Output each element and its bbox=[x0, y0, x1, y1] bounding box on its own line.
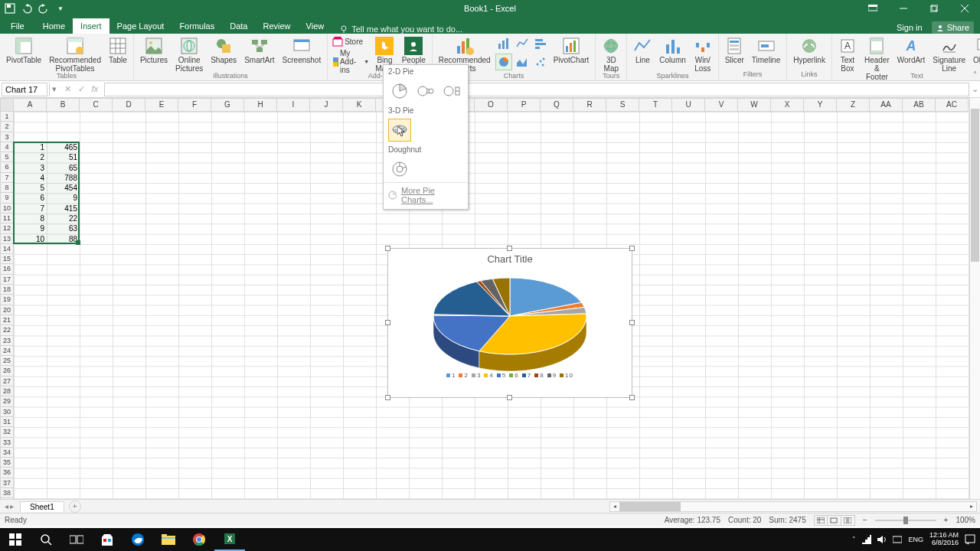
row-header[interactable]: 38 bbox=[0, 488, 14, 498]
horizontal-scrollbar[interactable]: ◂ ▸ bbox=[609, 501, 977, 512]
row-header[interactable]: 18 bbox=[0, 285, 14, 295]
row-header[interactable]: 28 bbox=[0, 386, 14, 396]
column-header[interactable]: I bbox=[277, 98, 310, 112]
3d-map-button[interactable]: 3D Map bbox=[599, 35, 623, 74]
table-button[interactable]: Table bbox=[106, 35, 130, 66]
page-break-view-button[interactable] bbox=[841, 515, 855, 526]
screenshot-button[interactable]: Screenshot bbox=[279, 35, 325, 66]
smartart-button[interactable]: SmartArt bbox=[241, 35, 277, 66]
name-box-dropdown[interactable]: ▾ bbox=[49, 83, 58, 96]
tab-view[interactable]: View bbox=[299, 18, 332, 34]
column-header[interactable]: R bbox=[573, 98, 606, 112]
column-header[interactable]: AB bbox=[903, 98, 936, 112]
collapse-ribbon-icon[interactable]: ˄ bbox=[973, 70, 977, 79]
row-header[interactable]: 8 bbox=[0, 183, 14, 193]
formula-input[interactable] bbox=[104, 83, 969, 96]
pictures-button[interactable]: Pictures bbox=[137, 35, 171, 66]
row-header[interactable]: 36 bbox=[0, 468, 14, 478]
cell[interactable]: 788 bbox=[47, 173, 80, 183]
cell[interactable]: 7 bbox=[14, 204, 47, 214]
pivottable-button[interactable]: PivotTable bbox=[3, 35, 44, 66]
cell[interactable]: 415 bbox=[47, 204, 80, 214]
wordart-button[interactable]: AWordArt bbox=[894, 35, 929, 66]
tab-formulas[interactable]: Formulas bbox=[172, 18, 222, 34]
explorer-taskbar-icon[interactable] bbox=[153, 528, 184, 551]
row-header[interactable]: 9 bbox=[0, 193, 14, 203]
chart-handle[interactable] bbox=[629, 395, 635, 400]
cell[interactable]: 65 bbox=[47, 163, 80, 173]
qa-undo-icon[interactable] bbox=[20, 2, 34, 15]
row-header[interactable]: 32 bbox=[0, 427, 14, 437]
doughnut-option[interactable] bbox=[388, 158, 411, 181]
close-icon[interactable] bbox=[949, 0, 980, 17]
column-header[interactable]: G bbox=[211, 98, 244, 112]
row-header[interactable]: 22 bbox=[0, 325, 14, 335]
chart-handle[interactable] bbox=[385, 395, 390, 400]
column-header[interactable]: H bbox=[244, 98, 277, 112]
sparkline-line-button[interactable]: Line bbox=[630, 35, 655, 66]
tab-data[interactable]: Data bbox=[222, 18, 255, 34]
row-header[interactable]: 7 bbox=[0, 173, 14, 183]
signin-link[interactable]: Sign in bbox=[897, 23, 923, 32]
row-header[interactable]: 5 bbox=[0, 152, 14, 162]
cell[interactable]: 88 bbox=[47, 234, 80, 244]
row-header[interactable]: 2 bbox=[0, 122, 14, 132]
row-header[interactable]: 12 bbox=[0, 223, 14, 233]
minimize-icon[interactable] bbox=[888, 0, 919, 17]
sheet-nav-next[interactable]: ▸ bbox=[10, 502, 14, 510]
chart-handle[interactable] bbox=[629, 320, 635, 325]
network-icon[interactable] bbox=[862, 535, 871, 544]
row-header[interactable]: 15 bbox=[0, 254, 14, 264]
zoom-level[interactable]: 100% bbox=[956, 516, 975, 524]
row-header[interactable]: 21 bbox=[0, 315, 14, 325]
column-header[interactable]: X bbox=[771, 98, 804, 112]
clock[interactable]: 12:16 AM 6/8/2016 bbox=[929, 532, 959, 547]
start-button[interactable] bbox=[0, 528, 31, 551]
cell[interactable]: 63 bbox=[47, 223, 80, 233]
shapes-button[interactable]: Shapes bbox=[207, 35, 240, 66]
row-header[interactable]: 20 bbox=[0, 305, 14, 315]
row-header[interactable]: 39 bbox=[0, 498, 14, 499]
row-header[interactable]: 30 bbox=[0, 407, 14, 417]
cell[interactable]: 5 bbox=[14, 183, 47, 193]
maximize-icon[interactable] bbox=[919, 0, 949, 17]
row-header[interactable]: 31 bbox=[0, 417, 14, 427]
pie-3d-option[interactable] bbox=[388, 119, 411, 142]
column-header[interactable]: E bbox=[145, 98, 178, 112]
normal-view-button[interactable] bbox=[814, 515, 828, 526]
column-header[interactable]: A bbox=[14, 98, 47, 112]
cell[interactable]: 8 bbox=[14, 214, 47, 223]
tab-review[interactable]: Review bbox=[255, 18, 298, 34]
row-header[interactable]: 34 bbox=[0, 448, 14, 458]
chart-handle[interactable] bbox=[385, 320, 390, 325]
task-view-button[interactable] bbox=[61, 528, 92, 551]
column-header[interactable]: AA bbox=[870, 98, 903, 112]
column-header[interactable]: D bbox=[113, 98, 145, 112]
row-header[interactable]: 24 bbox=[0, 346, 14, 356]
column-header[interactable]: Y bbox=[804, 98, 837, 112]
area-chart-icon[interactable] bbox=[514, 54, 531, 70]
zoom-in-button[interactable]: + bbox=[944, 516, 949, 524]
volume-icon[interactable] bbox=[877, 535, 887, 544]
object-button[interactable]: Object bbox=[970, 35, 980, 66]
timeline-button[interactable]: Timeline bbox=[749, 35, 783, 66]
zoom-slider[interactable] bbox=[875, 520, 936, 521]
share-button[interactable]: Share bbox=[932, 21, 974, 34]
insert-function-icon[interactable]: fx bbox=[89, 84, 101, 94]
zoom-out-button[interactable]: − bbox=[863, 516, 867, 524]
page-layout-view-button[interactable] bbox=[828, 515, 841, 526]
pie-chart[interactable] bbox=[426, 274, 594, 366]
cell[interactable]: 2 bbox=[14, 152, 47, 162]
recommended-pivottables-button[interactable]: Recommended PivotTables bbox=[46, 35, 104, 74]
column-header[interactable]: C bbox=[80, 98, 113, 112]
tab-insert[interactable]: Insert bbox=[73, 18, 109, 34]
textbox-button[interactable]: AText Box bbox=[835, 35, 860, 74]
tab-file[interactable]: File bbox=[0, 18, 35, 34]
chart-title[interactable]: Chart Title bbox=[388, 249, 632, 269]
sheet-nav-prev[interactable]: ◂ bbox=[5, 502, 8, 510]
cell[interactable]: 465 bbox=[47, 142, 80, 152]
row-header[interactable]: 26 bbox=[0, 366, 14, 376]
chart-handle[interactable] bbox=[507, 395, 512, 400]
cell[interactable]: 6 bbox=[14, 193, 47, 203]
row-header[interactable]: 37 bbox=[0, 478, 14, 488]
